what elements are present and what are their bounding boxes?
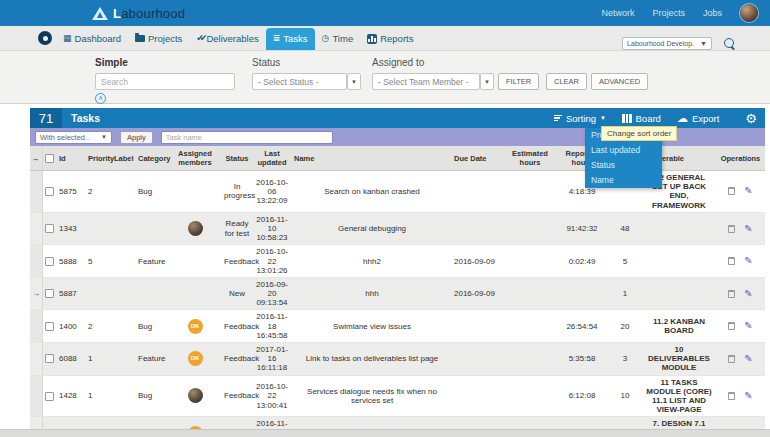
- user-avatar[interactable]: [740, 4, 758, 22]
- trash-icon[interactable]: [728, 290, 735, 298]
- cell-label: [112, 171, 136, 213]
- row-checkbox[interactable]: [45, 392, 54, 401]
- row-arrow-icon[interactable]: →: [32, 289, 40, 298]
- top-link-projects[interactable]: Projects: [652, 8, 685, 18]
- page-title: Tasks: [71, 112, 100, 124]
- search-input[interactable]: [95, 73, 235, 90]
- cell-name[interactable]: Search on kanban crashed: [292, 171, 452, 213]
- advanced-button[interactable]: ADVANCED: [591, 73, 648, 90]
- cell-name[interactable]: hhh: [292, 277, 452, 310]
- select-all-checkbox[interactable]: [45, 154, 54, 163]
- table-row: 1343Ready for test2016-11-1010:58:23Gene…: [30, 212, 765, 245]
- cell-due-date: [452, 310, 504, 343]
- member-avatar-initials[interactable]: DK: [188, 351, 203, 366]
- pencil-icon[interactable]: ✎: [744, 224, 752, 234]
- pencil-icon[interactable]: ✎: [744, 256, 752, 266]
- cell-assigned-members: DK: [168, 310, 222, 343]
- trash-icon[interactable]: [728, 322, 735, 330]
- assigned-select-caret-icon[interactable]: ▼: [480, 73, 494, 90]
- pencil-icon[interactable]: ✎: [744, 289, 752, 299]
- filter-button[interactable]: FILTER: [498, 73, 539, 90]
- cell-number: 1: [608, 277, 642, 310]
- cell-category: Bug: [136, 375, 168, 417]
- cell-operations: ✎: [716, 277, 765, 310]
- search-icon[interactable]: [724, 38, 736, 50]
- trash-icon[interactable]: [728, 225, 735, 233]
- apply-button[interactable]: Apply: [120, 131, 153, 144]
- sort-option-last-updated[interactable]: Last updated: [585, 143, 662, 158]
- nav-tab-label: Time: [332, 33, 353, 44]
- sort-option-name[interactable]: Name: [585, 173, 662, 188]
- cell-reported-hours: 91:42:32: [556, 212, 608, 245]
- pencil-icon[interactable]: ✎: [744, 391, 752, 401]
- nav-tab-time[interactable]: ◷Time: [315, 28, 361, 50]
- cell-id: 1343: [57, 212, 86, 245]
- cell-number: 5: [608, 245, 642, 278]
- row-checkbox[interactable]: [45, 257, 54, 266]
- nav-tab-deliverables[interactable]: ✔✔Deliverables: [189, 28, 265, 50]
- trash-icon[interactable]: [728, 355, 735, 363]
- brand-logo[interactable]: Labourhood: [92, 6, 185, 21]
- cell-name[interactable]: General debugging: [292, 212, 452, 245]
- nav-tab-label: Projects: [148, 33, 182, 44]
- row-checkbox[interactable]: [45, 187, 54, 196]
- board-view-button[interactable]: Board: [622, 113, 661, 124]
- cell-name[interactable]: Link to tasks on deliverables list page: [292, 343, 452, 376]
- cell-assigned-members: DK: [168, 343, 222, 376]
- trash-icon[interactable]: [728, 257, 735, 265]
- cell-id: 5888: [57, 245, 86, 278]
- with-selected-select[interactable]: With selected.. ▼: [35, 131, 112, 144]
- nav-home-circle-button[interactable]: [38, 31, 52, 45]
- cell-name[interactable]: hhh2: [292, 245, 452, 278]
- cell-reported-hours: 0:02:49: [556, 245, 608, 278]
- trash-icon[interactable]: [728, 187, 735, 195]
- cell-priority: 2: [86, 171, 112, 213]
- status-select-caret-icon[interactable]: ▼: [347, 73, 361, 90]
- member-avatar-photo[interactable]: [188, 388, 203, 403]
- row-checkbox[interactable]: [45, 224, 54, 233]
- top-link-network[interactable]: Network: [601, 8, 634, 18]
- clock-icon: ◷: [322, 34, 330, 43]
- sort-option-status[interactable]: Status: [585, 158, 662, 173]
- sorting-button[interactable]: Sorting ▼: [554, 113, 606, 124]
- assigned-select[interactable]: - Select Team Member -: [372, 73, 480, 90]
- row-checkbox[interactable]: [45, 354, 54, 363]
- pencil-icon[interactable]: ✎: [744, 321, 752, 331]
- status-filter-label: Status: [252, 57, 280, 68]
- table-row: 60881FeatureDKFeedback2017-01-1616:11:18…: [30, 343, 765, 376]
- cell-deliverable: 11 TASKS MODULE (CORE) 11.1 LIST AND VIE…: [642, 375, 716, 417]
- task-name-filter-input[interactable]: [161, 131, 333, 144]
- cell-priority: [86, 212, 112, 245]
- nav-tab-dashboard[interactable]: ▦Dashboard: [56, 28, 128, 50]
- cell-name[interactable]: Services dialogue needs fix when no serv…: [292, 375, 452, 417]
- column-header-operations: Operations: [716, 146, 765, 171]
- nav-tab-reports[interactable]: Reports: [360, 28, 420, 50]
- bar-chart-icon: [367, 34, 377, 44]
- cell-category: Feature: [136, 245, 168, 278]
- cell-due-date: [452, 375, 504, 417]
- status-select[interactable]: - Select Status -: [252, 73, 347, 90]
- cell-category: [136, 277, 168, 310]
- cell-number: 48: [608, 212, 642, 245]
- row-checkbox[interactable]: [45, 322, 54, 331]
- settings-gear-icon[interactable]: ⚙: [745, 111, 757, 126]
- nav-tab-projects[interactable]: Projects: [128, 28, 189, 50]
- trash-icon[interactable]: [728, 392, 735, 400]
- cell-name[interactable]: Swimlane view issues: [292, 310, 452, 343]
- export-button[interactable]: ☁ Export: [677, 112, 719, 125]
- nav-tab-tasks[interactable]: ≣Tasks: [266, 28, 315, 50]
- cell-estimated-hours: [504, 212, 556, 245]
- caret-down-icon: ▼: [700, 40, 707, 47]
- project-context-select[interactable]: Labourhood Develop. ▼: [622, 37, 712, 50]
- row-checkbox[interactable]: [45, 289, 54, 298]
- member-avatar-photo[interactable]: [188, 221, 203, 236]
- row-checkbox-cell: [42, 343, 57, 376]
- top-link-jobs[interactable]: Jobs: [703, 8, 722, 18]
- member-avatar-initials[interactable]: DK: [188, 319, 203, 334]
- clear-button[interactable]: CLEAR: [546, 73, 587, 90]
- collapse-filters-button[interactable]: ∧: [95, 93, 106, 104]
- cell-estimated-hours: [504, 310, 556, 343]
- pencil-icon[interactable]: ✎: [744, 354, 752, 364]
- cell-label: [112, 310, 136, 343]
- pencil-icon[interactable]: ✎: [744, 186, 752, 196]
